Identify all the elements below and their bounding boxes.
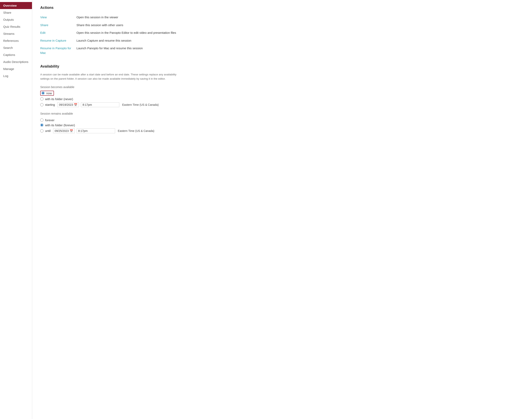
resume-capture-description: Launch Capture and resume this session <box>72 37 176 45</box>
starting-date-input[interactable]: 09/19/2023 📅 <box>57 102 79 107</box>
remains-available-label: Session remains available <box>40 112 524 115</box>
availability-title: Availability <box>40 64 524 68</box>
radio-folder-forever-label: with its folder (forever) <box>45 123 75 127</box>
radio-starting[interactable] <box>40 103 43 106</box>
starting-time-input[interactable] <box>81 102 119 107</box>
radio-until-label: until <box>45 129 51 132</box>
starting-timezone: Eastern Time (US & Canada) <box>122 103 159 106</box>
sidebar-item-search[interactable]: Search <box>0 44 32 51</box>
radio-row-now: now <box>40 91 524 96</box>
until-calendar-icon: 📅 <box>70 129 73 132</box>
sidebar-item-log[interactable]: Log <box>0 72 32 79</box>
sidebar-item-overview[interactable]: Overview <box>0 2 32 9</box>
resume-mac-description: Launch Panopto for Mac and resume this s… <box>72 45 176 57</box>
action-row-share: Share Share this session with other user… <box>40 22 176 29</box>
sidebar-item-audio-descriptions[interactable]: Audio Descriptions <box>0 58 32 65</box>
actions-table: View Open this session in the viewer Sha… <box>40 14 176 57</box>
share-link[interactable]: Share <box>40 23 48 27</box>
until-timezone: Eastern Time (US & Canada) <box>118 129 154 132</box>
becomes-available-group: now with its folder (never) starting 09/… <box>40 91 524 107</box>
sidebar-item-streams[interactable]: Streams <box>0 30 32 37</box>
view-description: Open this session in the viewer <box>72 14 176 22</box>
sidebar-item-quiz-results[interactable]: Quiz Results <box>0 23 32 30</box>
availability-description: A session can be made available after a … <box>40 73 177 81</box>
sidebar-item-manage[interactable]: Manage <box>0 65 32 72</box>
action-row-view: View Open this session in the viewer <box>40 14 176 22</box>
radio-folder-never-label: with its folder (never) <box>45 97 73 101</box>
radio-row-starting: starting 09/19/2023 📅 Eastern Time (US &… <box>40 102 524 107</box>
radio-until[interactable] <box>40 129 43 132</box>
sidebar: Overview Share Outputs Quiz Results Stre… <box>0 0 32 419</box>
radio-row-forever: forever <box>40 118 524 122</box>
radio-now-label: now <box>46 92 52 95</box>
now-highlight-box: now <box>40 91 54 96</box>
main-content: Actions View Open this session in the vi… <box>32 0 532 419</box>
edit-description: Open this session in the Panopto Editor … <box>72 29 176 37</box>
radio-folder-never[interactable] <box>40 97 43 101</box>
sidebar-item-outputs[interactable]: Outputs <box>0 16 32 23</box>
until-date-value: 09/25/2023 <box>55 129 69 132</box>
starting-calendar-icon: 📅 <box>74 103 77 106</box>
radio-forever[interactable] <box>40 118 43 122</box>
share-description: Share this session with other users <box>72 22 176 29</box>
until-time-input[interactable] <box>77 129 115 133</box>
action-row-resume-mac: Resume in Panopto for Mac Launch Panopto… <box>40 45 176 57</box>
action-row-edit: Edit Open this session in the Panopto Ed… <box>40 29 176 37</box>
resume-mac-link[interactable]: Resume in Panopto for Mac <box>40 46 71 54</box>
remains-available-group: forever with its folder (forever) until … <box>40 118 524 133</box>
radio-row-folder-forever: with its folder (forever) <box>40 123 524 127</box>
radio-starting-label: starting <box>45 103 55 106</box>
until-date-input[interactable]: 09/25/2023 📅 <box>53 129 75 133</box>
action-row-resume-capture: Resume in Capture Launch Capture and res… <box>40 37 176 45</box>
starting-date-value: 09/19/2023 <box>59 103 73 106</box>
radio-row-folder-never: with its folder (never) <box>40 97 524 101</box>
radio-row-until: until 09/25/2023 📅 Eastern Time (US & Ca… <box>40 129 524 133</box>
edit-link[interactable]: Edit <box>40 31 45 34</box>
resume-capture-link[interactable]: Resume in Capture <box>40 39 66 42</box>
sidebar-item-share[interactable]: Share <box>0 9 32 16</box>
radio-forever-label: forever <box>45 118 55 122</box>
actions-title: Actions <box>40 6 524 10</box>
availability-section: Availability A session can be made avail… <box>40 64 524 133</box>
view-link[interactable]: View <box>40 15 47 19</box>
sidebar-item-captions[interactable]: Captions <box>0 51 32 58</box>
becomes-available-label: Session becomes available <box>40 85 524 89</box>
actions-section: Actions View Open this session in the vi… <box>40 6 524 57</box>
sidebar-item-references[interactable]: References <box>0 37 32 44</box>
radio-folder-forever[interactable] <box>40 123 43 127</box>
radio-now[interactable] <box>41 92 45 95</box>
